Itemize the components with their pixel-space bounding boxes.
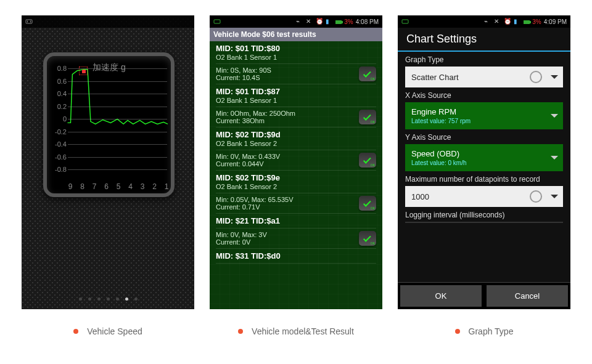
y-axis-label: Y Axis Source: [405, 133, 563, 142]
sensor-name: O2 Bank 1 Sensor 1: [216, 97, 376, 104]
check-icon: [363, 199, 371, 207]
page-dot[interactable]: [88, 297, 91, 301]
test-result-header: MID: $02 TID:$9dO2 Bank 1 Sensor 2: [216, 127, 376, 150]
test-result-header: MID: $21 TID:$a1: [216, 214, 376, 229]
y-tick-label: 0.8: [51, 65, 67, 72]
svg-rect-2: [402, 20, 408, 23]
check-icon: [363, 113, 371, 121]
ok-label: OK: [371, 206, 375, 210]
x-tick-label: 3: [138, 182, 147, 191]
nfc-icon: [213, 18, 221, 25]
x-axis-value: Engine RPM: [411, 107, 471, 116]
screen-chart-settings: ⌁ ✕ ⏰ ▮ 3% 4:09 PM Chart Settings Graph …: [398, 15, 570, 309]
test-result-values[interactable]: Min: 0V, Max: 0.433VCurrent: 0.044VOK: [216, 150, 376, 171]
bullet-icon: [238, 329, 243, 334]
alarm-icon: ⏰: [504, 18, 511, 25]
x-tick-label: 7: [90, 182, 99, 191]
alarm-icon: ⏰: [316, 18, 323, 25]
status-bar: ⌁ ✕ ⏰ ▮ 3% 4:09 PM: [398, 15, 570, 28]
x-tick-label: 9: [66, 182, 75, 191]
mid-tid: MID: $01 TID:$80: [216, 44, 376, 53]
y-tick-label: 0.6: [51, 78, 67, 85]
y-axis-select[interactable]: Speed (OBD) Latest value: 0 km/h: [405, 144, 563, 171]
ok-label: OK: [371, 120, 375, 124]
test-result-values[interactable]: Min: 0V, Max: 3VCurrent: 0VOK: [216, 229, 376, 249]
max-datapoints-value: 1000: [411, 192, 429, 201]
battery-icon: [335, 18, 342, 25]
page-dot[interactable]: [116, 297, 119, 301]
acceleration-chart[interactable]: 加速度 g 0.80.60.40.20-0.2-0.4-0.6-0.898765…: [43, 52, 175, 197]
current-value: Current: 10.4S: [216, 74, 376, 81]
signal-icon: ▮: [326, 18, 333, 25]
x-axis-select[interactable]: Engine RPM Latest value: 757 rpm: [405, 102, 563, 129]
graph-type-select[interactable]: Scatter Chart: [405, 67, 563, 87]
page-dot[interactable]: [79, 297, 82, 301]
test-result-values[interactable]: Min: 0S, Max: 90SCurrent: 10.4SOK: [216, 64, 376, 84]
cancel-button[interactable]: Cancel: [487, 285, 568, 307]
ok-check-button[interactable]: OK: [359, 153, 376, 168]
battery-icon: [524, 18, 530, 25]
test-result-header: MID: $02 TID:$9eO2 Bank 1 Sensor 2: [216, 171, 376, 193]
bullet-icon: [73, 329, 78, 334]
min-max: Min: 0V, Max: 3V: [216, 231, 376, 238]
check-icon: [363, 156, 371, 164]
test-results-list[interactable]: MID: $01 TID:$80O2 Bank 1 Sensor 1Min: 0…: [210, 41, 382, 264]
test-result-header: MID: $01 TID:$80O2 Bank 1 Sensor 1: [216, 41, 376, 64]
ok-check-button[interactable]: OK: [359, 196, 376, 211]
test-result-values[interactable]: Min: 0Ohm, Max: 250OhmCurrent: 38OhmOK: [216, 107, 376, 127]
screen-vehicle-speed: 加速度 g 0.80.60.40.20-0.2-0.4-0.6-0.898765…: [22, 15, 194, 309]
mid-tid: MID: $01 TID:$87: [216, 87, 376, 96]
x-tick-label: 2: [150, 182, 159, 191]
chart-container: 加速度 g 0.80.60.40.20-0.2-0.4-0.6-0.898765…: [22, 15, 194, 309]
bullet-icon: [455, 329, 460, 334]
ok-check-button[interactable]: OK: [359, 67, 376, 81]
page-indicator[interactable]: [22, 297, 194, 301]
settings-title: Chart Settings: [398, 28, 570, 52]
ok-check-button[interactable]: OK: [359, 231, 376, 246]
x-tick-label: 1: [162, 182, 171, 191]
screen-title: Vehicle Mode $06 test results: [210, 28, 382, 41]
page-dot[interactable]: [97, 297, 101, 301]
current-value: Current: 0V: [216, 238, 376, 246]
ok-label: OK: [371, 241, 375, 245]
y-tick-label: 0.4: [51, 90, 67, 97]
ok-check-button[interactable]: OK: [359, 110, 376, 124]
x-axis-latest: Latest value: 757 rpm: [411, 118, 471, 124]
battery-pct: 3%: [532, 18, 541, 25]
chevron-down-icon: [551, 156, 558, 160]
y-tick-label: 0: [51, 115, 67, 123]
mute-icon: ✕: [306, 18, 313, 25]
page-dot[interactable]: [125, 297, 128, 301]
mute-icon: ✕: [494, 18, 501, 25]
test-result-values[interactable]: Min: 0.05V, Max: 65.535VCurrent: 0.71VOK: [216, 193, 376, 214]
ok-button[interactable]: OK: [400, 285, 482, 307]
test-result-header: MID: $01 TID:$87O2 Bank 1 Sensor 1: [216, 84, 376, 107]
nfc-icon: [401, 18, 409, 25]
status-time: 4:09 PM: [544, 18, 567, 25]
x-tick-label: 5: [114, 182, 123, 191]
sensor-name: O2 Bank 1 Sensor 2: [216, 140, 376, 147]
x-tick-label: 8: [78, 182, 87, 191]
caption-3: Graph Type: [398, 326, 570, 336]
ok-label: OK: [371, 163, 375, 167]
ok-label: OK: [371, 77, 375, 81]
graph-type-value: Scatter Chart: [411, 73, 459, 82]
current-value: Current: 0.044V: [216, 160, 376, 168]
screen-test-results: ⌁ ✕ ⏰ ▮ 3% 4:08 PM Vehicle Mode $06 test…: [210, 15, 382, 309]
max-datapoints-select[interactable]: 1000: [405, 186, 563, 207]
radio-icon: [530, 190, 542, 203]
min-max: Min: 0.05V, Max: 65.535V: [216, 196, 376, 203]
page-dot[interactable]: [134, 297, 138, 301]
radio-icon: [530, 71, 542, 83]
y-tick-label: -0.6: [51, 153, 67, 161]
min-max: Min: 0S, Max: 90S: [216, 67, 376, 74]
page-dot[interactable]: [107, 297, 110, 301]
status-time: 4:08 PM: [356, 18, 379, 25]
current-value: Current: 0.71V: [216, 203, 376, 211]
y-tick-label: -0.8: [51, 166, 67, 173]
caption-1: Vehicle Speed: [22, 326, 194, 336]
mid-tid: MID: $02 TID:$9e: [216, 173, 376, 182]
chevron-down-icon: [551, 114, 558, 118]
chevron-down-icon: [551, 195, 558, 198]
battery-pct: 3%: [344, 18, 353, 25]
